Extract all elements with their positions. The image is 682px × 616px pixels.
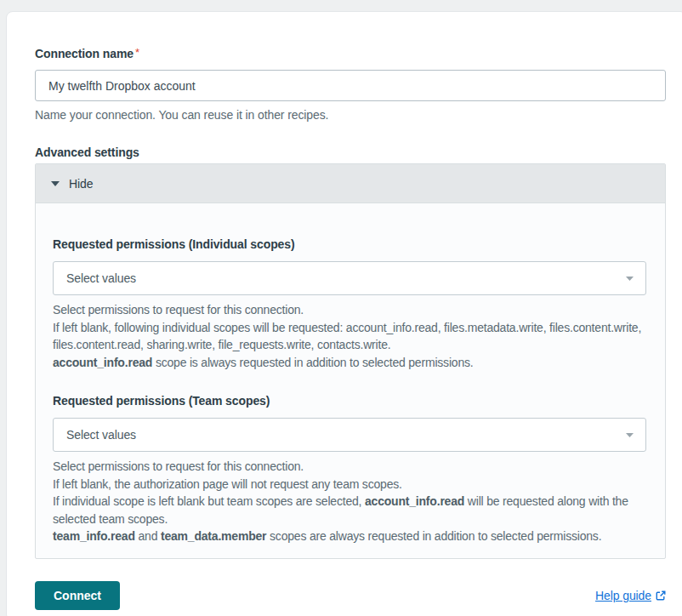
individual-scopes-select[interactable]: Select values	[53, 261, 646, 295]
help-guide-label: Help guide	[595, 589, 651, 602]
toggle-label: Hide	[69, 177, 93, 191]
connection-name-label-text: Connection name	[35, 47, 134, 60]
individual-scopes-placeholder: Select values	[66, 271, 136, 285]
caret-down-icon	[626, 433, 634, 437]
team-scopes-label: Requested permissions (Team scopes)	[53, 394, 646, 408]
connection-name-label: Connection name*	[35, 46, 669, 61]
advanced-settings-panel: Hide Requested permissions (Individual s…	[35, 163, 666, 559]
team-scopes-help: Select permissions to request for this c…	[53, 458, 646, 545]
help-guide-link[interactable]: Help guide	[595, 589, 666, 602]
connection-name-hint: Name your connection. You can reuse it i…	[35, 106, 669, 123]
team-scopes-placeholder: Select values	[66, 428, 136, 442]
help-line: If left blank, following individual scop…	[53, 319, 646, 354]
connection-form-card: Connection name* Name your connection. Y…	[6, 11, 682, 616]
help-line: Select permissions to request for this c…	[53, 458, 646, 476]
advanced-settings-heading: Advanced settings	[35, 145, 669, 160]
advanced-settings-toggle[interactable]: Hide	[36, 164, 665, 203]
advanced-settings-body: Requested permissions (Individual scopes…	[36, 203, 665, 558]
help-line: If left blank, the authorization page wi…	[53, 476, 646, 493]
individual-scopes-label: Requested permissions (Individual scopes…	[53, 237, 646, 252]
help-line: If individual scope is left blank but te…	[53, 493, 646, 528]
external-link-icon	[656, 590, 666, 601]
connect-button[interactable]: Connect	[35, 581, 120, 610]
caret-down-icon	[626, 277, 634, 281]
help-line: account_info.read scope is always reques…	[53, 354, 646, 372]
form-footer: Connect Help guide	[35, 581, 666, 610]
required-asterisk: *	[135, 46, 139, 59]
caret-down-icon	[51, 181, 60, 186]
help-line: team_info.read and team_data.member scop…	[53, 528, 646, 545]
team-scopes-select[interactable]: Select values	[53, 418, 646, 452]
individual-scopes-help: Select permissions to request for this c…	[53, 301, 646, 371]
help-line: Select permissions to request for this c…	[53, 301, 646, 319]
connection-name-input[interactable]	[35, 70, 666, 101]
